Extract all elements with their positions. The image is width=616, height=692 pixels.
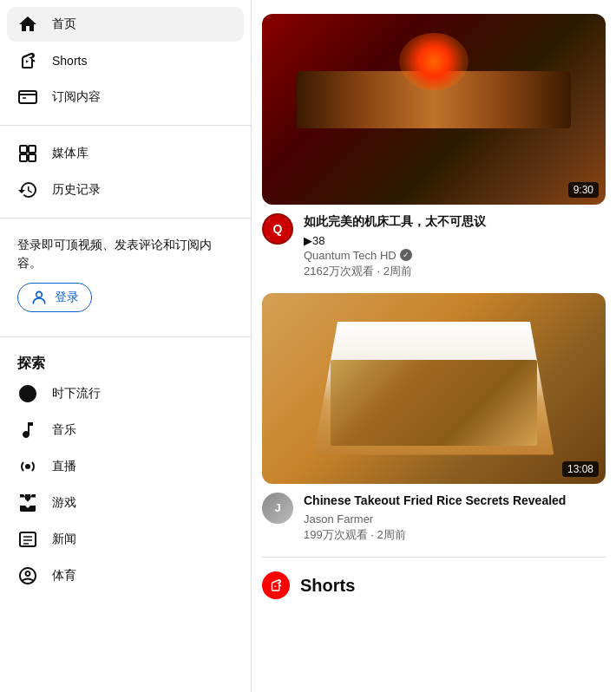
video-card-2[interactable]: 13:08 J Chinese Takeout Fried Rice Secre… (252, 286, 616, 551)
sidebar-item-music[interactable]: 音乐 (7, 413, 244, 447)
video-meta-2: 199万次观看 · 2周前 (304, 527, 606, 543)
sidebar-shorts-label: Shorts (52, 54, 87, 68)
channel-avatar-2: J (262, 493, 293, 524)
divider-1 (0, 125, 251, 126)
video-details-2: Chinese Takeout Fried Rice Secrets Revea… (304, 493, 606, 544)
svg-rect-4 (20, 146, 27, 153)
sidebar-live-label: 直播 (52, 459, 76, 474)
svg-rect-1 (19, 91, 36, 103)
subscriptions-icon (17, 87, 38, 108)
person-icon (30, 289, 48, 306)
sidebar-item-sports[interactable]: 体育 (7, 558, 244, 593)
svg-rect-5 (29, 146, 36, 153)
svg-rect-6 (20, 154, 27, 161)
trending-icon (17, 383, 38, 404)
shorts-section-header: Shorts (252, 565, 616, 606)
divider-2 (0, 218, 251, 219)
sidebar: 首页 Shorts 订阅内容 (0, 0, 252, 692)
video-info-1: Q 如此完美的机床工具，太不可思议 ▶38 Quantum Tech HD ✓ … (262, 213, 606, 279)
sidebar-sports-label: 体育 (52, 568, 76, 584)
sidebar-home-label: 首页 (52, 16, 76, 32)
video-card-1[interactable]: 9:30 Q 如此完美的机床工具，太不可思议 ▶38 Quantum Tech … (252, 7, 616, 286)
svg-marker-0 (26, 61, 29, 63)
signin-label: 登录 (55, 290, 79, 305)
gaming-icon (17, 493, 38, 513)
video-info-2: J Chinese Takeout Fried Rice Secrets Rev… (262, 493, 606, 544)
video-meta-1: 2162万次观看 · 2周前 (304, 264, 606, 279)
views-2: 199万次观看 (304, 528, 368, 541)
live-icon (17, 456, 38, 477)
video-title-1: 如此完美的机床工具，太不可思议 (304, 213, 606, 231)
views-1: 2162万次观看 (304, 264, 374, 277)
shorts-nav-icon (17, 50, 38, 71)
sidebar-item-subscriptions[interactable]: 订阅内容 (7, 80, 244, 114)
shorts-section-title: Shorts (300, 576, 355, 596)
svg-marker-14 (275, 585, 277, 587)
play-label-1: ▶38 (304, 234, 324, 247)
sidebar-item-shorts[interactable]: Shorts (7, 43, 244, 78)
channel-name-2: Jason Farmer (304, 512, 373, 526)
sports-icon (17, 565, 38, 586)
time-ago-1: 2周前 (383, 264, 412, 277)
sidebar-trending-label: 时下流行 (52, 386, 101, 401)
channel-name-row-2: Jason Farmer (304, 512, 606, 526)
section-divider (262, 557, 606, 558)
signin-section: 登录即可顶视频、发表评论和订阅内容。 登录 (0, 229, 251, 326)
music-icon (17, 420, 38, 441)
video-thumbnail-2: 13:08 (262, 293, 606, 484)
play-count-1: ▶38 (304, 234, 606, 247)
verified-icon-1: ✓ (400, 249, 412, 261)
signin-prompt-text: 登录即可顶视频、发表评论和订阅内容。 (17, 236, 233, 272)
sidebar-history-label: 历史记录 (52, 182, 101, 198)
channel-avatar-1: Q (262, 213, 293, 245)
duration-badge-2: 13:08 (562, 461, 599, 477)
sidebar-music-label: 音乐 (52, 422, 76, 438)
sidebar-item-news[interactable]: 新闻 (7, 522, 244, 557)
video-title-2: Chinese Takeout Fried Rice Secrets Revea… (304, 493, 606, 510)
time-ago-2: 2周前 (377, 528, 406, 541)
sidebar-item-gaming[interactable]: 游戏 (7, 486, 244, 520)
explore-title: 探索 (0, 348, 251, 376)
main-content: 9:30 Q 如此完美的机床工具，太不可思议 ▶38 Quantum Tech … (252, 0, 616, 692)
divider-3 (0, 336, 251, 337)
library-icon (17, 143, 38, 164)
sidebar-item-home[interactable]: 首页 (7, 7, 244, 42)
sidebar-subscriptions-label: 订阅内容 (52, 89, 101, 105)
svg-point-9 (25, 464, 30, 469)
home-icon (17, 14, 38, 35)
channel-name-1: Quantum Tech HD (304, 249, 396, 262)
video-details-1: 如此完美的机床工具，太不可思议 ▶38 Quantum Tech HD ✓ 21… (304, 213, 606, 279)
duration-badge-1: 9:30 (568, 182, 599, 198)
sidebar-news-label: 新闻 (52, 532, 76, 547)
sidebar-item-library[interactable]: 媒体库 (7, 136, 244, 171)
sidebar-library-label: 媒体库 (52, 146, 88, 161)
channel-name-row-1: Quantum Tech HD ✓ (304, 249, 606, 262)
video-thumbnail-1: 9:30 (262, 14, 606, 205)
sidebar-gaming-label: 游戏 (52, 495, 76, 511)
svg-point-8 (36, 291, 43, 297)
signin-button[interactable]: 登录 (17, 283, 92, 312)
sidebar-item-history[interactable]: 历史记录 (7, 173, 244, 207)
news-icon (17, 529, 38, 550)
history-icon (17, 180, 38, 200)
sidebar-item-live[interactable]: 直播 (7, 449, 244, 484)
svg-rect-7 (29, 154, 36, 161)
sidebar-item-trending[interactable]: 时下流行 (7, 376, 244, 411)
shorts-section-icon (262, 571, 290, 599)
